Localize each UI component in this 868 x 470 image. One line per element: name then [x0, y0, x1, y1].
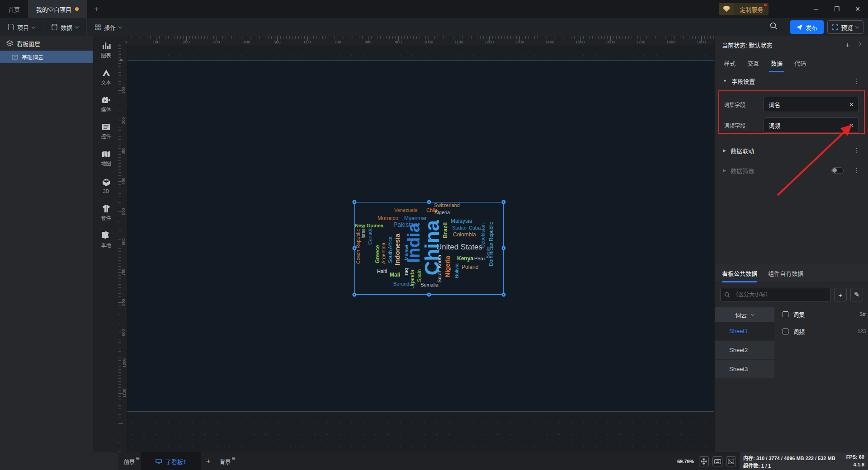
strip-item-charts[interactable]: 图表	[93, 37, 119, 63]
kebab-menu-icon[interactable]: ⋮	[854, 77, 860, 85]
resize-handle-nw[interactable]	[353, 200, 357, 204]
paper-plane-icon	[797, 24, 802, 30]
resize-handle-w[interactable]	[353, 246, 357, 250]
ruler-tick-label: 300	[121, 147, 126, 154]
word-cloud-word: India	[405, 223, 422, 263]
text-component-icon: T	[12, 54, 18, 60]
puzzle-icon	[102, 231, 110, 240]
strip-label: 控件	[101, 132, 111, 140]
section-data-link[interactable]: ▶ 数据联动 ⋮	[715, 142, 868, 159]
word-cloud-word: Poland	[462, 264, 478, 270]
ruler-tick-label: 0	[119, 59, 123, 61]
fit-view-button[interactable]	[699, 456, 709, 466]
word-cloud-component[interactable]: SwitzerlandVenezuelaChileAlgeriaMoroccoM…	[354, 202, 504, 295]
menu-project-label: 项目	[17, 23, 29, 32]
foreground-button[interactable]: 前景 ⊕	[124, 458, 140, 465]
data-search-box	[720, 288, 830, 301]
strip-item-kits[interactable]: 套件	[93, 200, 119, 226]
data-filter-toggle[interactable]	[831, 167, 844, 174]
publish-button[interactable]: 发布	[790, 20, 824, 34]
word-cloud-word: Sudan	[452, 226, 467, 230]
wordset-field-input[interactable]	[769, 101, 845, 108]
shortcut-keys-button[interactable]	[712, 456, 722, 466]
menu-data[interactable]: 数据	[43, 18, 87, 36]
ruler-tick-label: 1900	[697, 40, 706, 44]
database-icon	[52, 24, 57, 30]
search-button[interactable]	[769, 22, 778, 30]
zoom-level[interactable]: 69.79%	[677, 452, 694, 470]
expand-states-button[interactable]	[858, 42, 861, 46]
wordset-field-input-wrap: ✕	[764, 97, 859, 112]
ruler-tick-label: 1000	[424, 40, 433, 44]
tab-code[interactable]: 代码	[794, 54, 806, 72]
triangle-down-icon: ▼	[723, 79, 727, 83]
resize-handle-sw[interactable]	[353, 293, 357, 297]
checkbox-icon[interactable]	[783, 311, 788, 317]
sheet-item-sheet2[interactable]: Sheet2	[715, 341, 774, 359]
tab-home[interactable]: 首页	[0, 0, 28, 18]
cube-icon	[102, 178, 110, 187]
sheet-item-sheet3[interactable]: Sheet3	[715, 360, 774, 378]
tab-style[interactable]: 样式	[724, 54, 736, 72]
chevron-down-icon	[751, 312, 755, 315]
section-field-settings[interactable]: ▼ 字段设置 ⋮	[715, 72, 868, 89]
wordfreq-field-input[interactable]	[769, 122, 845, 129]
clear-wordset-icon[interactable]: ✕	[845, 101, 854, 108]
tab-component-data[interactable]: 组件自有数据	[768, 264, 803, 282]
kebab-menu-icon[interactable]: ⋮	[854, 147, 860, 154]
tab-data[interactable]: 数据	[771, 54, 783, 72]
menu-project[interactable]: 项目	[0, 18, 43, 36]
strip-item-text[interactable]: 文本	[93, 64, 119, 90]
ruler-tick-label: 1100	[454, 40, 463, 44]
strip-item-local[interactable]: 本地	[93, 227, 119, 253]
add-subboard-button[interactable]: +	[206, 452, 211, 470]
strip-item-map[interactable]: 地图	[93, 146, 119, 172]
clear-wordfreq-icon[interactable]: ✕	[845, 122, 854, 129]
inspector-panel: 当前状态: 默认状态 + 样式 交互 数据 代码 ▼ 字段设置 ⋮ 词集字段 ✕…	[714, 36, 868, 452]
maximize-button[interactable]: ❐	[826, 0, 847, 18]
circle-plus-icon[interactable]: ⊕	[231, 456, 236, 463]
close-button[interactable]: ✕	[847, 0, 868, 18]
data-source-dropdown[interactable]: 词云	[715, 307, 774, 322]
add-state-button[interactable]: +	[845, 41, 850, 50]
new-tab-button[interactable]: +	[87, 5, 106, 14]
circle-plus-icon[interactable]: ⊕	[136, 456, 140, 463]
grid-icon	[95, 24, 101, 30]
kebab-menu-icon[interactable]: ⋮	[854, 167, 860, 174]
ruler-tick-label: 200	[183, 40, 189, 44]
canvas-dot-grid-bottom	[118, 412, 714, 452]
resize-handle-s[interactable]	[427, 293, 431, 297]
word-cloud-word: South Africa	[388, 236, 393, 263]
background-button[interactable]: 背景 ⊕	[220, 458, 236, 465]
layer-item-wordcloud[interactable]: T 基础词云	[0, 51, 93, 63]
tab-board-data[interactable]: 看板公共数据	[722, 264, 757, 282]
text-icon	[102, 69, 111, 77]
menu-actions-label: 操作	[104, 23, 116, 32]
data-field-row[interactable]: 词频123	[774, 323, 868, 340]
data-search-input[interactable]	[733, 291, 826, 298]
sheet-item-sheet1[interactable]: Sheet1	[715, 322, 774, 340]
resize-handle-ne[interactable]	[502, 200, 506, 204]
data-field-row[interactable]: 词集Str	[774, 306, 868, 323]
section-data-filter[interactable]: ▶ 数据筛选 ⋮	[715, 162, 868, 179]
canvas-area[interactable]: 0100200300400500600700800900100011001200…	[118, 36, 714, 452]
menu-actions[interactable]: 操作	[87, 18, 130, 36]
checkbox-icon[interactable]	[783, 329, 788, 334]
tab-interaction[interactable]: 交互	[747, 54, 759, 72]
console-button[interactable]	[726, 456, 736, 466]
strip-item-media[interactable]: 媒体	[93, 91, 119, 118]
resize-handle-e[interactable]	[502, 246, 506, 250]
edit-data-button[interactable]: ✎	[850, 288, 863, 301]
subboard-tab[interactable]: 子看板1	[141, 452, 201, 470]
strip-item-3d[interactable]: 3D	[93, 173, 119, 199]
tab-project[interactable]: 我的空白项目	[28, 0, 87, 18]
fit-arrows-icon	[701, 458, 707, 465]
resize-handle-se[interactable]	[502, 293, 506, 297]
strip-item-widgets[interactable]: 控件	[93, 118, 119, 145]
minimize-button[interactable]: ─	[806, 0, 826, 18]
add-data-button[interactable]: +	[834, 288, 847, 301]
word-cloud-word: Cuba	[469, 226, 481, 230]
preview-button[interactable]: 预览	[827, 20, 863, 34]
resize-handle-n[interactable]	[427, 200, 431, 204]
custom-service-badge[interactable]: 定制服务	[719, 3, 769, 15]
